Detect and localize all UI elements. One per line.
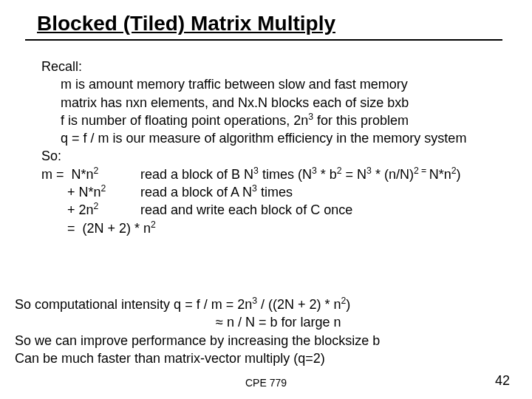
text: + 2n bbox=[41, 202, 94, 217]
text: / ((2N + 2) * n bbox=[257, 297, 341, 312]
m-term: m = N*n2 bbox=[41, 166, 140, 183]
sup: 2 bbox=[94, 201, 99, 211]
text: m = N*n bbox=[41, 167, 94, 182]
text: * b bbox=[317, 167, 337, 182]
m-desc: read and write each block of C once bbox=[140, 201, 352, 219]
text: = (2N + 2) * n bbox=[41, 221, 151, 236]
sup: 2 bbox=[337, 166, 342, 176]
m-term: + 2n2 bbox=[41, 201, 140, 219]
sup: 3 bbox=[308, 112, 313, 122]
sup: 2 bbox=[94, 166, 99, 176]
text: read a block of B N bbox=[140, 167, 253, 182]
slide: Blocked (Tiled) Matrix Multiply Recall: … bbox=[0, 0, 532, 399]
sup: 3 bbox=[366, 166, 372, 176]
m-term: + N*n2 bbox=[41, 183, 140, 201]
bottom-line: So we can improve performance by increas… bbox=[15, 332, 517, 349]
recall-item: m is amount memory traffic between slow … bbox=[61, 75, 502, 93]
text: + N*n bbox=[41, 185, 101, 200]
slide-bottom: So computational intensity q = f / m = 2… bbox=[15, 296, 517, 367]
sup: 3 bbox=[252, 296, 257, 306]
text: ) bbox=[346, 297, 350, 312]
m-term: = (2N + 2) * n2 bbox=[41, 219, 156, 237]
footer-page-number: 42 bbox=[495, 373, 510, 389]
title-underline bbox=[25, 39, 502, 41]
m-line-3: + 2n2 read and write each block of C onc… bbox=[41, 201, 502, 219]
sup: 3 bbox=[253, 166, 259, 176]
text: N*n bbox=[429, 167, 451, 182]
recall-heading: Recall: bbox=[41, 58, 502, 75]
text: So computational intensity q = f / m = 2… bbox=[15, 297, 252, 312]
recall-item-f: f is number of floating point operations… bbox=[61, 112, 502, 129]
slide-title: Blocked (Tiled) Matrix Multiply bbox=[37, 12, 335, 35]
sup: 3 bbox=[312, 166, 317, 176]
sup: 2 = bbox=[414, 166, 429, 176]
bottom-line: Can be much faster than matrix-vector mu… bbox=[15, 349, 517, 367]
so-heading: So: bbox=[41, 147, 502, 165]
text: = N bbox=[342, 167, 367, 182]
bottom-approx: ≈ n / N = b for large n bbox=[15, 313, 517, 331]
sup: 2 bbox=[151, 219, 156, 230]
m-desc: read a block of B N3 times (N3 * b2 = N3… bbox=[140, 166, 460, 183]
recall-item: q = f / m is our measure of algorithm ef… bbox=[61, 129, 502, 147]
m-line-4: = (2N + 2) * n2 bbox=[41, 219, 502, 237]
text: times bbox=[257, 185, 293, 200]
footer-course: CPE 779 bbox=[0, 377, 532, 389]
text: f is number of floating point operations… bbox=[61, 113, 308, 128]
text: read a block of A N bbox=[140, 185, 252, 200]
m-desc: read a block of A N3 times bbox=[140, 183, 293, 201]
sup: 2 bbox=[101, 183, 106, 194]
recall-item: matrix has nxn elements, and Nx.N blocks… bbox=[61, 94, 502, 112]
sup: 3 bbox=[252, 183, 257, 194]
slide-body: Recall: m is amount memory traffic betwe… bbox=[41, 58, 502, 237]
text: * (n/N) bbox=[372, 167, 414, 182]
m-line-1: m = N*n2 read a block of B N3 times (N3 … bbox=[41, 166, 502, 183]
m-line-2: + N*n2 read a block of A N3 times bbox=[41, 183, 502, 201]
text: ) bbox=[456, 167, 460, 182]
bottom-q: So computational intensity q = f / m = 2… bbox=[15, 296, 517, 313]
text: times (N bbox=[259, 167, 312, 182]
text: for this problem bbox=[313, 113, 409, 128]
